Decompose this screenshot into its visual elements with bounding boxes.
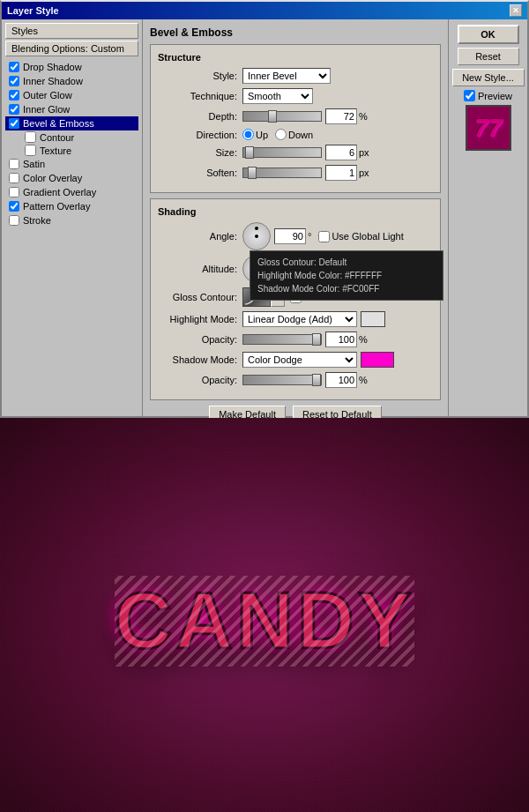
highlight-color-swatch[interactable] bbox=[361, 311, 385, 327]
gradient-overlay-checkbox[interactable] bbox=[9, 187, 19, 197]
soften-input[interactable]: 1 bbox=[325, 165, 357, 181]
outer-glow-checkbox[interactable] bbox=[9, 90, 19, 101]
main-panel: Bevel & Emboss Structure Style: Inner Be… bbox=[143, 19, 448, 416]
layer-item-bevel-emboss[interactable]: Bevel & Emboss bbox=[5, 116, 138, 130]
angle-row: Angle: 90 ° Use Global Light bbox=[158, 222, 433, 250]
depth-row: Depth: 72 % bbox=[158, 108, 433, 124]
shadow-color-swatch[interactable] bbox=[361, 352, 394, 368]
pattern-overlay-checkbox[interactable] bbox=[9, 201, 19, 212]
highlight-opacity-input[interactable]: 100 bbox=[325, 332, 357, 347]
texture-label: Texture bbox=[40, 145, 71, 156]
highlight-mode-row: Highlight Mode: Linear Dodge (Add) Norma… bbox=[158, 311, 433, 327]
style-select[interactable]: Inner Bevel Outer Bevel Emboss Pillow Em… bbox=[242, 68, 331, 84]
angle-unit: ° bbox=[308, 231, 311, 242]
styles-button[interactable]: Styles bbox=[5, 23, 138, 39]
shadow-mode-select[interactable]: Color Dodge Normal Multiply Screen bbox=[242, 352, 357, 368]
inner-shadow-checkbox[interactable] bbox=[9, 76, 19, 86]
direction-down-radio[interactable] bbox=[275, 129, 287, 140]
direction-up-label[interactable]: Up bbox=[242, 129, 268, 140]
direction-up-radio[interactable] bbox=[242, 129, 254, 140]
angle-indicator bbox=[255, 227, 258, 230]
tooltip-line3: Shadow Mode Color: #FC00FF bbox=[257, 282, 436, 295]
layer-item-texture[interactable]: Texture bbox=[23, 144, 138, 157]
size-row: Size: 6 px bbox=[158, 145, 433, 160]
new-style-button[interactable]: New Style... bbox=[452, 69, 525, 86]
layer-item-drop-shadow[interactable]: Drop Shadow bbox=[5, 60, 138, 74]
candy-label: CANDY bbox=[115, 577, 414, 665]
depth-slider[interactable] bbox=[242, 111, 322, 122]
right-panel: OK Reset New Style... Preview 77 bbox=[448, 19, 527, 416]
inner-shadow-label: Inner Shadow bbox=[23, 76, 83, 86]
shadow-opacity-label: Opacity: bbox=[158, 375, 237, 385]
depth-unit: % bbox=[359, 111, 368, 122]
shadow-opacity-input[interactable]: 100 bbox=[325, 372, 357, 388]
preview-swatch: 77 bbox=[466, 105, 511, 151]
preview-sample-text: 77 bbox=[474, 114, 502, 142]
technique-row: Technique: Smooth Chisel Hard Chisel Sof… bbox=[158, 88, 433, 104]
layer-item-stroke[interactable]: Stroke bbox=[5, 213, 138, 227]
size-label: Size: bbox=[158, 147, 237, 158]
reset-button[interactable]: Reset bbox=[458, 48, 519, 65]
dialog-titlebar: Layer Style ✕ bbox=[2, 2, 527, 19]
direction-down-label[interactable]: Down bbox=[275, 129, 313, 140]
shadow-opacity-slider[interactable] bbox=[242, 375, 322, 385]
size-slider[interactable] bbox=[242, 147, 322, 158]
use-global-light-checkbox[interactable] bbox=[318, 231, 330, 242]
up-label: Up bbox=[256, 130, 268, 140]
highlight-opacity-slider[interactable] bbox=[242, 334, 322, 345]
size-input[interactable]: 6 bbox=[325, 145, 357, 160]
layer-item-inner-shadow[interactable]: Inner Shadow bbox=[5, 74, 138, 88]
preview-checkbox[interactable] bbox=[464, 90, 475, 101]
layer-item-color-overlay[interactable]: Color Overlay bbox=[5, 171, 138, 185]
drop-shadow-checkbox[interactable] bbox=[9, 62, 19, 72]
soften-unit: px bbox=[359, 168, 369, 178]
highlight-mode-label: Highlight Mode: bbox=[158, 314, 237, 324]
tooltip-box: Gloss Contour: Default Highlight Mode Co… bbox=[250, 250, 443, 301]
global-light-label[interactable]: Use Global Light bbox=[318, 231, 403, 242]
texture-checkbox[interactable] bbox=[25, 145, 36, 156]
highlight-mode-select[interactable]: Linear Dodge (Add) Normal Multiply Scree… bbox=[242, 311, 357, 327]
gradient-overlay-label: Gradient Overlay bbox=[23, 187, 96, 197]
dialog-title: Layer Style bbox=[7, 5, 59, 16]
soften-slider[interactable] bbox=[242, 168, 322, 178]
close-button[interactable]: ✕ bbox=[510, 4, 522, 17]
stroke-checkbox[interactable] bbox=[9, 215, 19, 226]
preview-text: Preview bbox=[478, 91, 512, 101]
color-overlay-label: Color Overlay bbox=[23, 173, 82, 183]
angle-wheel[interactable] bbox=[242, 222, 271, 250]
layer-item-gradient-overlay[interactable]: Gradient Overlay bbox=[5, 185, 138, 199]
bevel-emboss-label: Bevel & Emboss bbox=[23, 118, 94, 129]
inner-glow-checkbox[interactable] bbox=[9, 104, 19, 115]
structure-section: Structure Style: Inner Bevel Outer Bevel… bbox=[150, 44, 441, 193]
preview-label[interactable]: Preview bbox=[464, 90, 512, 101]
layer-item-outer-glow[interactable]: Outer Glow bbox=[5, 88, 138, 102]
candy-text: CANDY bbox=[115, 576, 414, 667]
candy-text-wrapper: CANDY bbox=[115, 576, 414, 667]
angle-input[interactable]: 90 bbox=[274, 228, 306, 244]
layer-item-inner-glow[interactable]: Inner Glow bbox=[5, 102, 138, 116]
highlight-opacity-row: Opacity: 100 % bbox=[158, 332, 433, 347]
layer-item-pattern-overlay[interactable]: Pattern Overlay bbox=[5, 199, 138, 213]
section-title: Bevel & Emboss bbox=[150, 26, 441, 39]
layer-item-satin[interactable]: Satin bbox=[5, 157, 138, 171]
technique-select[interactable]: Smooth Chisel Hard Chisel Soft bbox=[242, 88, 313, 104]
contour-checkbox[interactable] bbox=[25, 131, 36, 143]
shadow-opacity-row: Opacity: 100 % bbox=[158, 372, 433, 388]
soften-row: Soften: 1 px bbox=[158, 165, 433, 181]
style-label: Style: bbox=[158, 71, 237, 81]
highlight-opacity-unit: % bbox=[359, 334, 368, 345]
global-light-text: Use Global Light bbox=[332, 231, 403, 242]
blending-options-button[interactable]: Blending Options: Custom bbox=[5, 41, 138, 56]
satin-checkbox[interactable] bbox=[9, 159, 19, 169]
tooltip-line2: Highlight Mode Color: #FFFFFF bbox=[257, 269, 436, 282]
tooltip-line1: Gloss Contour: Default bbox=[257, 256, 436, 269]
drop-shadow-label: Drop Shadow bbox=[23, 62, 82, 72]
contour-label: Contour bbox=[40, 132, 74, 143]
bevel-emboss-checkbox[interactable] bbox=[9, 118, 19, 129]
shadow-mode-row: Shadow Mode: Color Dodge Normal Multiply… bbox=[158, 352, 433, 368]
color-overlay-checkbox[interactable] bbox=[9, 173, 19, 183]
depth-input[interactable]: 72 bbox=[325, 108, 357, 124]
ok-button[interactable]: OK bbox=[458, 25, 519, 44]
outer-glow-label: Outer Glow bbox=[23, 90, 72, 101]
layer-item-contour[interactable]: Contour bbox=[23, 130, 138, 144]
